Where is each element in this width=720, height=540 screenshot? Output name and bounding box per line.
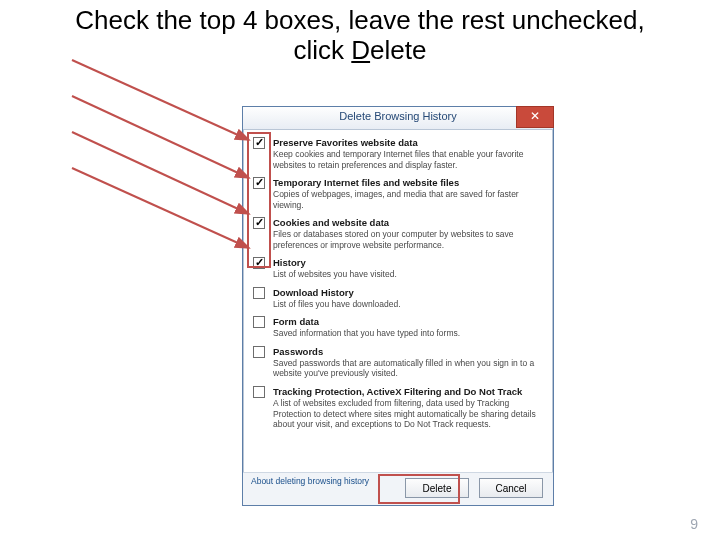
option-label: Form data (273, 316, 541, 328)
delete-browsing-history-dialog: Delete Browsing History ✕ Preserve Favor… (242, 106, 554, 506)
option-label: History (273, 257, 541, 269)
slide-title-line1: Check the top 4 boxes, leave the rest un… (75, 5, 644, 35)
option-row: Tracking Protection, ActiveX Filtering a… (251, 384, 545, 435)
dialog-footer: About deleting browsing history Delete C… (243, 472, 553, 505)
dialog-titlebar: Delete Browsing History ✕ (243, 107, 553, 130)
option-label: Cookies and website data (273, 217, 541, 229)
slide-title-line2-suffix: elete (370, 35, 426, 65)
option-label: Temporary Internet files and website fil… (273, 177, 541, 189)
option-checkbox[interactable] (253, 257, 265, 269)
option-checkbox[interactable] (253, 316, 265, 328)
option-description: Files or databases stored on your comput… (273, 229, 541, 250)
svg-line-2 (72, 132, 249, 214)
option-row: PasswordsSaved passwords that are automa… (251, 344, 545, 384)
option-row: HistoryList of websites you have visited… (251, 255, 545, 285)
svg-line-1 (72, 96, 249, 178)
dialog-title: Delete Browsing History (243, 110, 553, 122)
about-deleting-link[interactable]: About deleting browsing history (251, 477, 369, 486)
option-description: Keep cookies and temporary Internet file… (273, 149, 541, 170)
option-row: Download HistoryList of files you have d… (251, 285, 545, 315)
option-checkbox[interactable] (253, 346, 265, 358)
option-row: Preserve Favorites website dataKeep cook… (251, 135, 545, 175)
option-row: Temporary Internet files and website fil… (251, 175, 545, 215)
option-description: Copies of webpages, images, and media th… (273, 189, 541, 210)
option-label: Tracking Protection, ActiveX Filtering a… (273, 386, 541, 398)
option-description: List of websites you have visited. (273, 269, 541, 280)
option-label: Download History (273, 287, 541, 299)
option-checkbox[interactable] (253, 386, 265, 398)
option-label: Passwords (273, 346, 541, 358)
svg-line-3 (72, 168, 249, 248)
svg-line-0 (72, 60, 249, 140)
option-row: Form dataSaved information that you have… (251, 314, 545, 344)
option-checkbox[interactable] (253, 217, 265, 229)
slide-title-line2-mnemonic: D (351, 35, 370, 65)
option-checkbox[interactable] (253, 137, 265, 149)
option-label: Preserve Favorites website data (273, 137, 541, 149)
slide-title-line2: click Delete (0, 36, 720, 66)
close-button[interactable]: ✕ (516, 106, 554, 128)
option-description: List of files you have downloaded. (273, 299, 541, 310)
page-number: 9 (690, 516, 698, 532)
slide-title-line2-prefix: click (294, 35, 352, 65)
option-row: Cookies and website dataFiles or databas… (251, 215, 545, 255)
option-checkbox[interactable] (253, 287, 265, 299)
dialog-body: Preserve Favorites website dataKeep cook… (243, 129, 553, 473)
delete-button[interactable]: Delete (405, 478, 469, 498)
option-description: Saved passwords that are automatically f… (273, 358, 541, 379)
cancel-button[interactable]: Cancel (479, 478, 543, 498)
option-description: Saved information that you have typed in… (273, 328, 541, 339)
option-checkbox[interactable] (253, 177, 265, 189)
option-description: A list of websites excluded from filteri… (273, 398, 541, 430)
slide-instruction-title: Check the top 4 boxes, leave the rest un… (0, 6, 720, 66)
